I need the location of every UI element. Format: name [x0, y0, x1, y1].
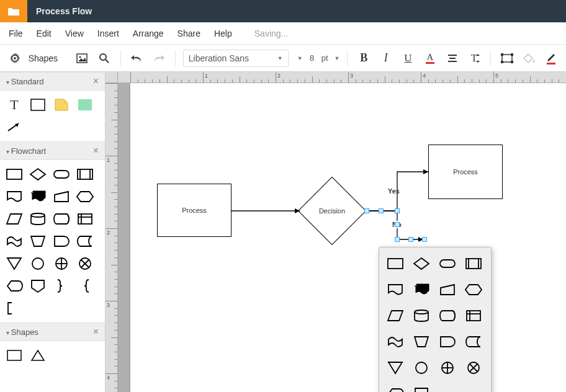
selection-handle[interactable] — [408, 237, 413, 242]
shape-brace-left[interactable] — [76, 278, 94, 294]
undo-button[interactable] — [128, 49, 146, 68]
canvas[interactable]: 1234567 1234 Process Decision Yes — [106, 72, 566, 392]
section-shapes-header[interactable]: Shapes × — [0, 323, 105, 341]
shape-document[interactable] — [5, 189, 24, 205]
selection-handle[interactable] — [364, 208, 369, 213]
menu-arrange[interactable]: Arrange — [133, 29, 164, 38]
edge-yes[interactable] — [366, 156, 434, 213]
menu-help[interactable]: Help — [214, 29, 232, 38]
shape-manual-input[interactable] — [438, 281, 457, 298]
shape-note[interactable] — [52, 97, 71, 113]
shape-stored-data[interactable] — [464, 333, 483, 350]
shape-decision[interactable] — [29, 166, 47, 182]
shape-internal-storage[interactable] — [464, 307, 483, 324]
text-color-button[interactable]: A — [421, 49, 439, 68]
shape-direct-data[interactable] — [52, 211, 71, 227]
shape-delay[interactable] — [438, 333, 457, 350]
selection-handle[interactable] — [395, 222, 400, 227]
shape-display[interactable] — [385, 385, 405, 392]
shape-merge[interactable] — [385, 359, 405, 376]
shape-connector[interactable] — [29, 256, 47, 272]
shape-data[interactable] — [5, 211, 24, 227]
shape-process[interactable] — [5, 166, 24, 182]
shape-predefined[interactable] — [464, 255, 483, 272]
menu-file[interactable]: File — [9, 29, 23, 38]
chevron-down-icon[interactable]: ▼ — [335, 55, 340, 61]
shape-sum[interactable] — [76, 256, 94, 272]
search-button[interactable] — [96, 49, 113, 68]
shape-internal-storage[interactable] — [76, 211, 94, 227]
shape-picker-popup[interactable] — [379, 247, 492, 392]
shape-paper-tape[interactable] — [5, 233, 24, 249]
shape-terminator[interactable] — [438, 255, 457, 272]
shape-delay[interactable] — [52, 233, 71, 249]
selection-handle[interactable] — [395, 208, 400, 213]
shape-note[interactable] — [5, 300, 24, 316]
insert-image-button[interactable] — [73, 49, 91, 68]
bold-button[interactable]: B — [355, 49, 372, 68]
shape-database[interactable] — [411, 307, 431, 324]
shape-stored-data[interactable] — [76, 233, 94, 249]
shape-data[interactable] — [385, 307, 405, 324]
shape-display[interactable] — [5, 278, 24, 294]
shape-direct-data[interactable] — [438, 307, 457, 324]
chevron-down-icon[interactable]: ▼ — [297, 55, 303, 61]
text-options-button[interactable]: T — [466, 49, 483, 68]
shape-merge[interactable] — [5, 256, 24, 272]
shape-paper-tape[interactable] — [385, 333, 405, 350]
selection-handle[interactable] — [395, 237, 400, 242]
node-process-1[interactable]: Process — [157, 184, 231, 237]
canvas-page[interactable]: Process Decision Yes Process — [130, 83, 566, 392]
selection-handle[interactable] — [422, 237, 427, 242]
shape-preparation[interactable] — [76, 189, 94, 205]
shape-sum[interactable] — [464, 359, 483, 376]
shape-preparation[interactable] — [464, 281, 483, 298]
edge-yes-label[interactable]: Yes — [388, 187, 400, 195]
shape-brace-right[interactable] — [52, 278, 71, 294]
shape-manual-input[interactable] — [52, 189, 71, 205]
shape-rect-outline[interactable] — [29, 97, 47, 113]
close-icon[interactable]: × — [93, 76, 99, 87]
shape-multidoc[interactable] — [411, 281, 431, 298]
italic-button[interactable]: I — [377, 49, 395, 68]
menu-share[interactable]: Share — [177, 29, 200, 38]
redo-button[interactable] — [150, 49, 168, 68]
shape-style-button[interactable] — [498, 49, 516, 68]
node-process-2[interactable]: Process — [428, 145, 503, 199]
shape-connector[interactable] — [411, 359, 431, 376]
shape-or[interactable] — [52, 256, 71, 272]
node-decision[interactable]: Decision — [298, 183, 366, 239]
shape-rect[interactable] — [5, 347, 24, 363]
font-family-select[interactable]: Liberation Sans ▼ — [183, 50, 289, 67]
shape-predefined[interactable] — [76, 166, 94, 182]
shape-document[interactable] — [385, 281, 405, 298]
selection-handle[interactable] — [379, 208, 384, 213]
shapes-panel-button[interactable] — [6, 49, 24, 68]
shape-text[interactable]: T — [5, 97, 24, 113]
app-logo[interactable] — [0, 0, 27, 22]
align-button[interactable] — [444, 49, 461, 68]
shape-terminator[interactable] — [52, 166, 71, 182]
menu-edit[interactable]: Edit — [37, 29, 52, 38]
shape-or[interactable] — [438, 359, 457, 376]
underline-button[interactable]: U — [400, 49, 417, 68]
shape-manual-op[interactable] — [411, 333, 431, 350]
shape-database[interactable] — [29, 211, 47, 227]
line-color-button[interactable] — [542, 49, 560, 68]
shape-off-page[interactable] — [29, 278, 47, 294]
shape-decision[interactable] — [411, 255, 431, 272]
close-icon[interactable]: × — [93, 326, 99, 337]
shape-rect-fill[interactable] — [76, 97, 94, 113]
shape-multidoc[interactable] — [29, 189, 47, 205]
fill-button[interactable] — [521, 49, 538, 68]
edge-1[interactable] — [231, 207, 306, 215]
menu-view[interactable]: View — [65, 29, 84, 38]
shape-manual-op[interactable] — [29, 233, 47, 249]
menu-insert[interactable]: Insert — [97, 29, 119, 38]
font-size-input[interactable] — [305, 53, 319, 63]
shape-off-page[interactable] — [411, 385, 431, 392]
close-icon[interactable]: × — [93, 145, 99, 156]
section-flowchart-header[interactable]: Flowchart × — [0, 141, 105, 160]
shape-arrow[interactable] — [5, 119, 24, 135]
section-standard-header[interactable]: Standard × — [0, 72, 105, 91]
